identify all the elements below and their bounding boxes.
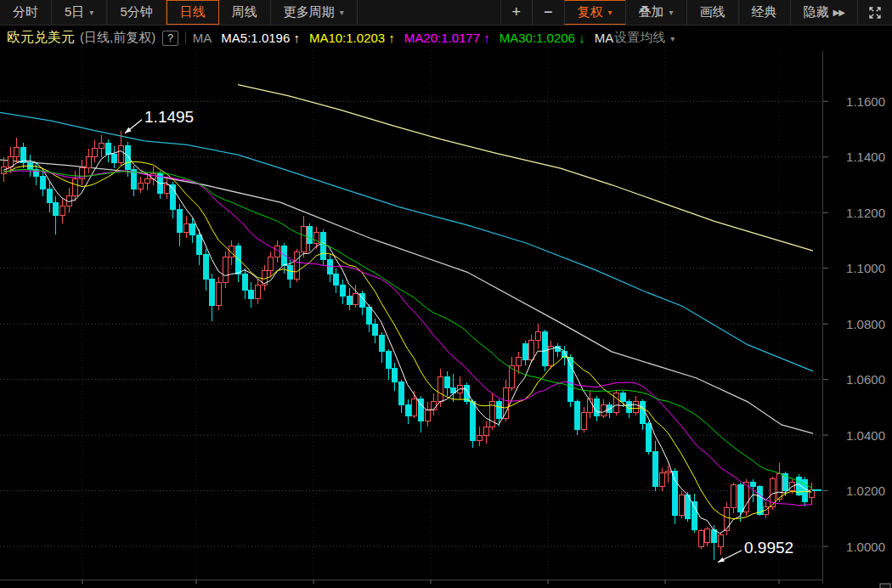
candle — [321, 232, 326, 260]
candle — [621, 393, 626, 402]
trading-app-window: 1.16001.14001.12001.10001.08001.06001.04… — [0, 0, 892, 588]
candle — [80, 168, 85, 179]
help-button[interactable]: ? — [162, 31, 178, 46]
candle — [641, 402, 646, 424]
candle — [145, 179, 150, 184]
draw-line-label: 画线 — [700, 4, 725, 20]
candle — [705, 529, 710, 542]
hide-button[interactable]: 隐藏▶▶ — [790, 0, 857, 25]
candle — [197, 235, 202, 254]
candle — [438, 376, 443, 401]
candle — [353, 293, 358, 304]
zoom-out-button[interactable]: − — [532, 0, 564, 25]
candle — [8, 157, 14, 167]
candle — [758, 487, 763, 514]
draw-line-button[interactable]: 画线 — [686, 0, 738, 25]
candle — [680, 495, 685, 516]
ma20-line — [3, 171, 811, 506]
candle — [392, 369, 398, 382]
candle — [302, 227, 307, 252]
more-periods-button[interactable]: 更多周期▾ — [271, 0, 358, 25]
fullscreen-button[interactable] — [857, 0, 892, 25]
candle — [445, 376, 450, 387]
candle — [243, 274, 248, 291]
candle — [190, 223, 195, 235]
candle — [256, 285, 261, 298]
ma30-line — [3, 170, 811, 488]
ma10-line — [3, 161, 811, 518]
daily-label: 日线 — [180, 4, 206, 20]
candle — [556, 346, 561, 352]
candle — [210, 280, 215, 306]
ma-legend-item-1: MA5:1.0196 ↑ — [221, 31, 300, 45]
candle — [138, 184, 144, 189]
toolbar: 分时5日▾5分钟日线周线更多周期▾ +−复权▾叠加▾画线经典隐藏▶▶ — [0, 0, 892, 25]
candle — [601, 404, 607, 416]
price-axis-label: 1.0200 — [846, 483, 885, 498]
mini-panel-toggle[interactable] — [880, 584, 890, 588]
candle — [204, 254, 209, 279]
candle — [387, 352, 392, 369]
candle — [751, 482, 756, 487]
zoom-out-label: − — [544, 3, 553, 21]
candle — [595, 399, 600, 416]
minute-view-label: 分时 — [13, 4, 38, 20]
candle — [529, 341, 534, 360]
candle — [380, 335, 385, 352]
candle — [99, 143, 104, 149]
chevron-down-icon: ▾ — [340, 8, 344, 17]
candle — [367, 308, 372, 325]
candle — [223, 257, 229, 282]
ma5-line — [3, 151, 811, 534]
candle — [803, 479, 808, 501]
classic-button[interactable]: 经典 — [738, 0, 790, 25]
candles — [2, 131, 815, 560]
overlay-button[interactable]: 叠加▾ — [625, 0, 686, 25]
daily-button[interactable]: 日线 — [167, 0, 219, 25]
candle — [399, 382, 404, 404]
candle — [634, 402, 639, 413]
weekly-label: 周线 — [232, 4, 257, 20]
candle — [14, 147, 20, 156]
candle — [165, 185, 170, 194]
five-minute-button[interactable]: 5分钟 — [107, 0, 166, 25]
candle — [777, 474, 782, 499]
minute-view-button[interactable]: 分时 — [0, 0, 52, 25]
candle — [229, 246, 234, 257]
candle — [543, 332, 548, 365]
candle — [646, 424, 652, 452]
candle — [517, 357, 522, 365]
five-day-button[interactable]: 5日▾ — [52, 0, 107, 25]
toolbar-tools-group: +−复权▾叠加▾画线经典隐藏▶▶ — [500, 0, 892, 25]
candle — [412, 399, 417, 416]
price-axis-label: 1.0000 — [846, 540, 885, 554]
zoom-in-label: + — [512, 3, 522, 21]
ma-settings-dropdown[interactable]: 设置均线▾ — [614, 30, 675, 46]
candle — [178, 210, 183, 232]
candle — [523, 343, 528, 360]
candle — [614, 393, 619, 413]
candle — [288, 265, 293, 279]
candle — [575, 402, 580, 430]
candle — [21, 147, 26, 162]
ma-legend-values: MA5:1.0196 ↑MA10:1.0203 ↑MA20:1.0177 ↑MA… — [212, 31, 584, 45]
chevron-down-icon: ▾ — [670, 34, 675, 43]
candle — [699, 531, 704, 546]
adjust-mode-button[interactable]: 复权▾ — [564, 0, 625, 25]
candle — [268, 257, 274, 271]
long-ma-white — [0, 160, 813, 433]
overlay-label: 叠加 — [639, 4, 664, 20]
candle — [73, 179, 78, 196]
candle — [536, 332, 541, 341]
candle — [119, 146, 124, 163]
candle — [477, 435, 483, 441]
double-right-arrow-icon: ▶▶ — [833, 8, 844, 17]
weekly-button[interactable]: 周线 — [219, 0, 271, 25]
ma-legend-item-2: MA10:1.0203 ↑ — [309, 31, 395, 45]
chart-area[interactable]: 1.16001.14001.12001.10001.08001.06001.04… — [0, 0, 892, 588]
zoom-in-button[interactable]: + — [500, 0, 533, 25]
symbol-name: 欧元兑美元 — [7, 29, 75, 47]
adjust-mode-label: 复权 — [578, 4, 603, 20]
chevron-down-icon: ▾ — [669, 8, 674, 17]
price-axis-label: 1.1600 — [846, 94, 885, 109]
